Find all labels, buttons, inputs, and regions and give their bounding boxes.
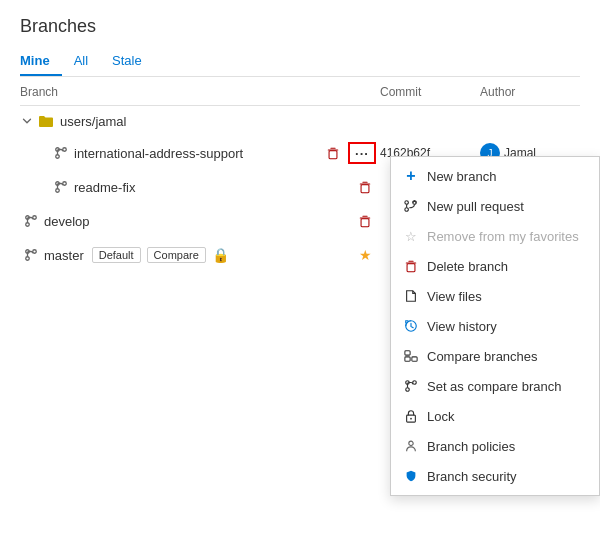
- more-options-button[interactable]: ···: [348, 142, 376, 164]
- menu-label: Branch security: [427, 469, 517, 484]
- branch-group-row: users/jamal: [20, 106, 580, 136]
- delete-button[interactable]: [354, 210, 376, 232]
- svg-point-1: [56, 155, 60, 159]
- svg-point-35: [26, 257, 30, 261]
- branch-badges: Default Compare 🔒: [92, 247, 229, 263]
- menu-item-compare-branches[interactable]: Compare branches: [391, 341, 599, 371]
- menu-item-new-pull-request[interactable]: New pull request: [391, 191, 599, 221]
- star-button[interactable]: ★: [354, 244, 376, 266]
- policies-icon: [403, 438, 419, 454]
- menu-item-view-files[interactable]: View files: [391, 281, 599, 311]
- branch-name: international-address-support: [74, 146, 243, 161]
- compare-icon: [403, 348, 419, 364]
- menu-label: View files: [427, 289, 482, 304]
- menu-item-remove-favorites: ☆ Remove from my favorites: [391, 221, 599, 251]
- branch-actions: [354, 176, 376, 198]
- lock-icon: 🔒: [212, 247, 229, 263]
- svg-rect-33: [361, 219, 369, 227]
- menu-label: Branch policies: [427, 439, 515, 454]
- folder-icon: [38, 113, 54, 129]
- security-icon: [403, 468, 419, 484]
- menu-label: Set as compare branch: [427, 379, 561, 394]
- menu-item-lock[interactable]: Lock: [391, 401, 599, 431]
- plus-icon: +: [403, 168, 419, 184]
- menu-label: Remove from my favorites: [427, 229, 579, 244]
- menu-item-view-history[interactable]: View history: [391, 311, 599, 341]
- svg-point-23: [56, 189, 60, 193]
- svg-rect-32: [362, 216, 367, 217]
- history-icon: [403, 318, 419, 334]
- file-icon: [403, 288, 419, 304]
- star-icon: ☆: [403, 228, 419, 244]
- header-commit: Commit: [380, 85, 480, 99]
- svg-rect-10: [408, 261, 413, 262]
- svg-rect-11: [407, 264, 415, 272]
- branch-icon: [24, 214, 38, 228]
- svg-point-20: [410, 418, 412, 420]
- svg-rect-26: [362, 182, 367, 183]
- branch-actions: [354, 210, 376, 232]
- svg-rect-15: [405, 357, 410, 361]
- delete-button[interactable]: [322, 142, 344, 164]
- group-name: users/jamal: [60, 114, 126, 129]
- branch-name: master: [44, 248, 84, 263]
- menu-label: New pull request: [427, 199, 524, 214]
- tab-all[interactable]: All: [74, 47, 100, 76]
- branch-name: readme-fix: [74, 180, 135, 195]
- branch-icon: [54, 146, 68, 160]
- tab-mine[interactable]: Mine: [20, 47, 62, 76]
- menu-item-delete-branch[interactable]: Delete branch: [391, 251, 599, 281]
- chevron-down-icon[interactable]: [20, 114, 34, 128]
- svg-point-21: [409, 441, 413, 445]
- menu-label: View history: [427, 319, 497, 334]
- branch-icon: [24, 248, 38, 262]
- branch-icon: [54, 180, 68, 194]
- menu-label: New branch: [427, 169, 496, 184]
- svg-rect-13: [405, 351, 410, 355]
- set-compare-icon: [403, 378, 419, 394]
- menu-item-branch-policies[interactable]: Branch policies: [391, 431, 599, 461]
- svg-point-17: [406, 388, 410, 392]
- branch-name: develop: [44, 214, 90, 229]
- page-title: Branches: [20, 16, 580, 37]
- menu-item-branch-security[interactable]: Branch security: [391, 461, 599, 491]
- svg-point-7: [405, 208, 409, 212]
- table-header: Branch Commit Author: [20, 77, 580, 106]
- svg-point-29: [26, 223, 30, 227]
- lock-icon: [403, 408, 419, 424]
- branch-actions: ···: [322, 142, 376, 164]
- delete-icon: [403, 258, 419, 274]
- menu-item-set-compare[interactable]: Set as compare branch: [391, 371, 599, 401]
- menu-item-new-branch[interactable]: + New branch: [391, 161, 599, 191]
- menu-label: Compare branches: [427, 349, 538, 364]
- header-author: Author: [480, 85, 580, 99]
- header-branch: Branch: [20, 85, 380, 99]
- menu-label: Lock: [427, 409, 454, 424]
- delete-button[interactable]: [354, 176, 376, 198]
- branch-row: international-address-support ··· 4162b6…: [20, 136, 580, 170]
- branch-actions: ★: [354, 244, 376, 266]
- tab-stale[interactable]: Stale: [112, 47, 154, 76]
- context-menu: + New branch New pull request: [390, 156, 600, 496]
- menu-label: Delete branch: [427, 259, 508, 274]
- branches-table: Branch Commit Author users/jamal: [20, 77, 580, 272]
- compare-badge[interactable]: Compare: [147, 247, 206, 263]
- pull-request-icon: [403, 198, 419, 214]
- svg-rect-14: [412, 357, 417, 361]
- svg-point-6: [405, 201, 409, 205]
- svg-rect-4: [330, 148, 335, 149]
- svg-rect-5: [329, 151, 337, 159]
- svg-rect-27: [361, 185, 369, 193]
- tabs-container: Mine All Stale: [20, 47, 580, 77]
- default-badge: Default: [92, 247, 141, 263]
